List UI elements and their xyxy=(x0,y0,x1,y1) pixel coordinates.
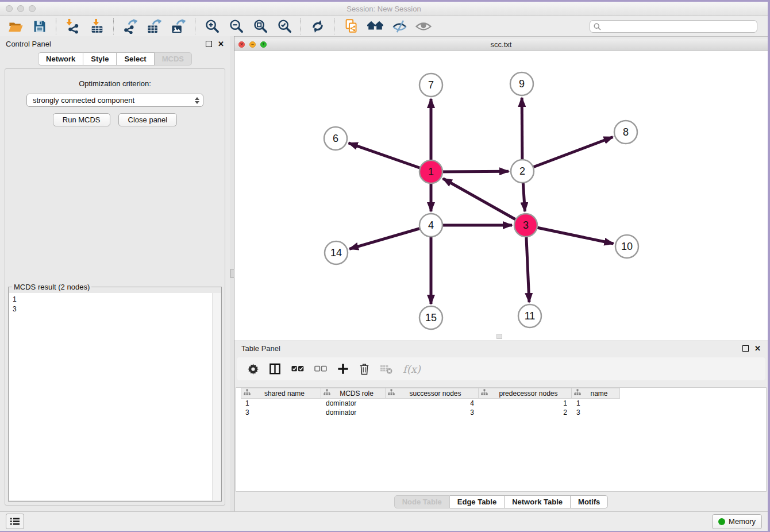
cell-predecessor-nodes[interactable]: 2 xyxy=(479,408,572,417)
list-icon xyxy=(10,518,20,525)
table-row[interactable]: 1dominator411 xyxy=(236,399,766,408)
vertical-splitter[interactable] xyxy=(230,36,234,511)
cell-MCDS-role[interactable]: dominator xyxy=(321,408,386,417)
table-tab-motifs[interactable]: Motifs xyxy=(571,495,608,508)
minimize-window-icon[interactable] xyxy=(17,5,24,12)
table-tab-node-table[interactable]: Node Table xyxy=(394,495,450,508)
table-header-row: shared nameMCDS rolesuccessor nodesprede… xyxy=(236,388,766,399)
mcds-result-group: MCDS result (2 nodes) 1 3 xyxy=(8,283,222,502)
zoom-out-icon[interactable] xyxy=(228,18,245,35)
float-panel-icon[interactable] xyxy=(206,41,212,47)
cell-predecessor-nodes[interactable]: 1 xyxy=(479,399,572,407)
houses-icon[interactable] xyxy=(367,18,384,35)
splitter-grip[interactable] xyxy=(230,269,234,278)
tab-mcds[interactable]: MCDS xyxy=(155,52,192,65)
deselect-all-icon[interactable] xyxy=(314,363,327,375)
copy-network-icon[interactable] xyxy=(342,18,360,35)
search-input[interactable] xyxy=(590,20,757,33)
column-header-label: predecessor nodes xyxy=(488,390,569,398)
cell-successor-nodes[interactable]: 3 xyxy=(386,408,479,417)
import-table-icon[interactable] xyxy=(88,18,106,35)
mcds-result-title: MCDS result (2 nodes) xyxy=(12,283,91,291)
close-table-panel-icon[interactable] xyxy=(754,345,761,352)
run-mcds-button[interactable]: Run MCDS xyxy=(53,113,110,126)
svg-text:1: 1 xyxy=(428,166,434,178)
result-scrollbar[interactable] xyxy=(212,293,221,500)
optimization-criterion-dropdown[interactable]: strongly connected component xyxy=(26,94,203,107)
hide-selected-icon[interactable] xyxy=(391,18,408,35)
zoom-fit-icon[interactable] xyxy=(252,18,269,35)
maximize-network-icon[interactable] xyxy=(260,41,267,48)
control-panel-tabs: NetworkStyleSelectMCDS xyxy=(0,52,230,65)
select-all-icon[interactable] xyxy=(291,363,304,375)
zoom-in-icon[interactable] xyxy=(203,18,221,35)
column-header-label: shared name xyxy=(251,390,318,398)
export-network-icon[interactable] xyxy=(122,18,139,35)
memory-button[interactable]: Memory xyxy=(712,514,762,529)
show-all-icon[interactable] xyxy=(415,18,432,35)
node-6[interactable]: 6 xyxy=(324,127,347,150)
add-row-icon[interactable] xyxy=(337,363,349,375)
edge-4-14[interactable] xyxy=(349,225,431,249)
mcds-result-area[interactable]: 1 3 xyxy=(9,293,221,500)
column-header-shared-name[interactable]: shared name xyxy=(241,388,321,399)
network-canvas[interactable]: 7968124314101511 xyxy=(234,51,768,340)
column-header-name[interactable]: name xyxy=(572,388,620,399)
cell-name[interactable]: 1 xyxy=(572,399,620,407)
open-session-icon[interactable] xyxy=(7,18,24,35)
refresh-icon[interactable] xyxy=(309,18,326,35)
zoom-selected-icon[interactable] xyxy=(276,18,293,35)
close-panel-button[interactable]: Close panel xyxy=(118,113,178,126)
cell-MCDS-role[interactable]: dominator xyxy=(321,399,386,407)
node-14[interactable]: 14 xyxy=(325,241,348,264)
node-1[interactable]: 1 xyxy=(419,160,442,183)
canvas-resize-grip[interactable] xyxy=(496,334,502,339)
node-7[interactable]: 7 xyxy=(419,74,442,97)
node-10[interactable]: 10 xyxy=(615,235,638,258)
cell-name[interactable]: 3 xyxy=(572,408,620,417)
cell-shared-name[interactable]: 1 xyxy=(241,399,321,407)
float-table-panel-icon[interactable] xyxy=(742,345,749,352)
network-window-titlebar[interactable]: scc.txt xyxy=(234,39,768,51)
close-window-icon[interactable] xyxy=(6,5,13,12)
node-3[interactable]: 3 xyxy=(514,214,537,237)
node-4[interactable]: 4 xyxy=(419,214,442,237)
close-panel-icon[interactable] xyxy=(218,40,224,48)
window-controls xyxy=(6,5,36,12)
gear-icon[interactable] xyxy=(248,364,259,375)
column-header-predecessor-nodes[interactable]: predecessor nodes xyxy=(479,388,572,399)
column-header-MCDS-role[interactable]: MCDS role xyxy=(321,388,386,399)
close-network-icon[interactable] xyxy=(238,41,245,48)
save-session-icon[interactable] xyxy=(31,18,48,35)
node-11[interactable]: 11 xyxy=(518,304,541,327)
tab-network[interactable]: Network xyxy=(38,52,83,65)
optimization-criterion-label: Optimization criterion: xyxy=(5,79,225,88)
export-table-icon[interactable] xyxy=(146,18,163,35)
task-history-button[interactable] xyxy=(6,514,24,529)
node-9[interactable]: 9 xyxy=(510,72,533,95)
tab-select[interactable]: Select xyxy=(117,52,154,65)
edge-2-8[interactable] xyxy=(522,137,613,171)
columns-icon[interactable] xyxy=(269,363,281,375)
maximize-window-icon[interactable] xyxy=(29,5,36,12)
table-tab-network-table[interactable]: Network Table xyxy=(505,495,571,508)
delete-row-icon[interactable] xyxy=(359,363,369,375)
minimize-network-icon[interactable] xyxy=(249,41,256,48)
column-header-successor-nodes[interactable]: successor nodes xyxy=(386,388,479,399)
table-tab-edge-table[interactable]: Edge Table xyxy=(450,495,505,508)
dropdown-value: strongly connected component xyxy=(33,96,195,105)
cell-successor-nodes[interactable]: 4 xyxy=(386,399,479,407)
table-row[interactable]: 3dominator323 xyxy=(236,408,766,417)
cell-shared-name[interactable]: 3 xyxy=(241,408,321,417)
edge-1-6[interactable] xyxy=(349,143,431,172)
node-8[interactable]: 8 xyxy=(614,121,637,144)
import-network-icon[interactable] xyxy=(64,18,82,35)
dropdown-stepper-icon xyxy=(195,97,199,104)
edge-3-1[interactable] xyxy=(443,179,526,225)
export-image-icon[interactable] xyxy=(170,18,187,35)
edge-3-10[interactable] xyxy=(526,225,614,244)
node-15[interactable]: 15 xyxy=(419,306,442,329)
node-2[interactable]: 2 xyxy=(511,160,534,183)
tab-style[interactable]: Style xyxy=(83,52,117,65)
table-panel-title: Table Panel xyxy=(241,344,280,353)
